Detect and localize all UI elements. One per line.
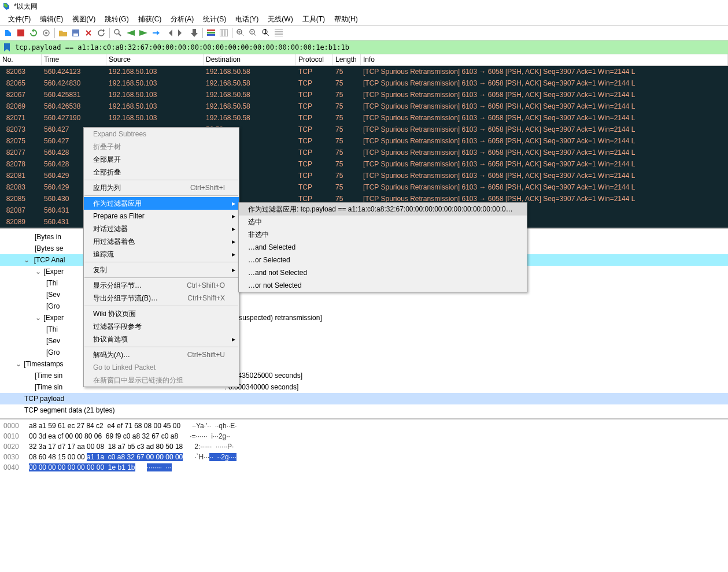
ctx-export-bytes[interactable]: 导出分组字节流(B)…Ctrl+Shift+X xyxy=(84,292,239,304)
filter-bar xyxy=(0,40,728,54)
col-src[interactable]: Source xyxy=(106,54,204,65)
menu-view[interactable]: 视图(V) xyxy=(68,13,100,25)
menu-go[interactable]: 跳转(G) xyxy=(100,13,133,25)
ctx-collapse-subtrees[interactable]: 折叠子树 xyxy=(84,140,239,153)
jump-icon[interactable] xyxy=(150,27,162,39)
sub-applied-filter: 作为过滤器应用: tcp.payload == a1:1a:c0:a8:32:6… xyxy=(239,203,527,216)
menu-help[interactable]: 帮助(H) xyxy=(330,13,363,25)
ctx-decode-as[interactable]: 解码为(A)…Ctrl+Shift+U xyxy=(84,348,239,361)
sub-selected[interactable]: 选中 xyxy=(239,216,527,228)
col-proto[interactable]: Protocol xyxy=(296,54,333,65)
ctx-show-new-window[interactable]: 在新窗口中显示已链接的分组 xyxy=(84,374,239,387)
hex-row[interactable]: 001000 3d ea cf 00 00 80 06 69 f9 c0 a8 … xyxy=(0,431,728,441)
packet-row[interactable]: 82071560.427190192.168.50.103192.168.50.… xyxy=(0,112,728,124)
menubar: 文件(F) 编辑(E) 视图(V) 跳转(G) 捕获(C) 分析(A) 统计(S… xyxy=(0,13,728,25)
detail-line[interactable]: TCP segment data (21 bytes) xyxy=(0,404,728,416)
apply-filter-submenu[interactable]: 作为过滤器应用: tcp.payload == a1:1a:c0:a8:32:6… xyxy=(238,202,527,292)
titlebar: *以太网 xyxy=(0,0,728,13)
resize-cols-icon[interactable] xyxy=(273,27,284,39)
restart-capture-icon[interactable] xyxy=(28,27,39,39)
svg-rect-4 xyxy=(73,34,78,36)
menu-capture[interactable]: 捕获(C) xyxy=(134,13,167,25)
col-len[interactable]: Length xyxy=(333,54,361,65)
ctx-protocol-prefs[interactable]: 协议首选项▸ xyxy=(84,333,239,346)
colorize-icon[interactable] xyxy=(205,27,217,39)
ctx-colorize-filter[interactable]: 用过滤器着色▸ xyxy=(84,235,239,248)
ctx-show-bytes[interactable]: 显示分组字节…Ctrl+Shift+O xyxy=(84,279,239,292)
svg-point-5 xyxy=(114,29,119,34)
prev-icon[interactable] xyxy=(125,27,136,39)
packet-row[interactable]: 82063560.424123192.168.50.103192.168.50.… xyxy=(0,66,728,77)
col-dst[interactable]: Destination xyxy=(204,54,296,65)
menu-analyze[interactable]: 分析(A) xyxy=(166,13,198,25)
ctx-wiki[interactable]: Wiki 协议页面 xyxy=(84,307,239,320)
ctx-follow-stream[interactable]: 追踪流▸ xyxy=(84,248,239,261)
hex-row[interactable]: 003008 60 48 15 00 00 a1 1a c0 a8 32 67 … xyxy=(0,452,728,462)
hex-row[interactable]: 0000a8 a1 59 61 ec 27 84 c2 e4 ef 71 68 … xyxy=(0,421,728,431)
packet-row[interactable]: 82067560.425831192.168.50.103192.168.50.… xyxy=(0,89,728,101)
options-icon[interactable] xyxy=(40,27,52,39)
first-icon[interactable] xyxy=(163,27,175,39)
menu-edit[interactable]: 编辑(E) xyxy=(35,13,68,25)
window-title: *以太网 xyxy=(14,2,38,12)
zoom-in-icon[interactable] xyxy=(235,27,246,39)
hex-dump[interactable]: 0000a8 a1 59 61 ec 27 84 c2 e4 ef 71 68 … xyxy=(0,418,728,473)
detail-tcp-payload[interactable]: TCP payload xyxy=(0,393,728,404)
autoscroll-icon[interactable] xyxy=(189,27,200,39)
svg-rect-8 xyxy=(207,34,215,36)
hex-row[interactable]: 002032 3a 17 d7 17 aa 00 08 18 a7 b5 c3 … xyxy=(0,441,728,452)
sub-and-selected[interactable]: …and Selected xyxy=(239,241,527,254)
display-filter-input[interactable] xyxy=(14,43,728,51)
sub-not-selected[interactable]: 非选中 xyxy=(239,228,527,241)
ctx-expand-subtrees[interactable]: Expand Subtrees xyxy=(84,128,239,140)
ctx-expand-all[interactable]: 全部展开 xyxy=(84,153,239,166)
sub-or-not-selected[interactable]: …or not Selected xyxy=(239,279,527,292)
ctx-prepare-filter[interactable]: Prepare as Filter▸ xyxy=(84,210,239,222)
menu-wifi[interactable]: 无线(W) xyxy=(263,13,297,25)
next-icon[interactable] xyxy=(138,27,149,39)
close-icon[interactable] xyxy=(83,27,94,39)
packet-row[interactable]: 82065560.424830192.168.50.103192.168.50.… xyxy=(0,77,728,89)
toolbar: 1 xyxy=(0,25,728,40)
last-icon[interactable] xyxy=(176,27,187,39)
hex-row[interactable]: 004000 00 00 00 00 00 00 00 1e b1 1b····… xyxy=(0,462,728,473)
ctx-go-linked[interactable]: Go to Linked Packet xyxy=(84,361,239,374)
ctx-copy[interactable]: 复制▸ xyxy=(84,263,239,276)
stop-capture-icon[interactable] xyxy=(15,27,27,39)
zoom-out-icon[interactable] xyxy=(247,27,259,39)
ctx-apply-as-column[interactable]: 应用为列Ctrl+Shift+I xyxy=(84,181,239,194)
reload-icon[interactable] xyxy=(95,27,107,39)
zoom-reset-icon[interactable]: 1 xyxy=(260,27,272,39)
svg-text:1: 1 xyxy=(264,29,268,35)
column-headers: No. Time Source Destination Protocol Len… xyxy=(0,54,728,66)
svg-rect-6 xyxy=(207,29,215,31)
open-icon[interactable] xyxy=(57,27,69,39)
col-no[interactable]: No. xyxy=(0,54,42,65)
packet-row[interactable]: 82069560.426538192.168.50.103192.168.50.… xyxy=(0,101,728,112)
context-menu[interactable]: Expand Subtrees 折叠子树 全部展开 全部折叠 应用为列Ctrl+… xyxy=(83,127,239,387)
app-icon xyxy=(2,2,12,11)
ctx-field-reference[interactable]: 过滤器字段参考 xyxy=(84,320,239,333)
svg-point-2 xyxy=(45,32,47,34)
autosize-icon[interactable] xyxy=(218,27,230,39)
menu-tel[interactable]: 电话(Y) xyxy=(231,13,263,25)
save-icon[interactable] xyxy=(70,27,82,39)
menu-tools[interactable]: 工具(T) xyxy=(298,13,330,25)
ctx-collapse-all[interactable]: 全部折叠 xyxy=(84,166,239,179)
svg-rect-9 xyxy=(220,29,228,36)
sub-and-not-selected[interactable]: …and not Selected xyxy=(239,266,527,279)
sub-or-selected[interactable]: …or Selected xyxy=(239,254,527,266)
ctx-apply-as-filter[interactable]: 作为过滤器应用▸ xyxy=(84,197,239,210)
find-icon[interactable] xyxy=(112,27,124,39)
svg-rect-0 xyxy=(17,29,24,36)
col-time[interactable]: Time xyxy=(42,54,106,65)
svg-rect-7 xyxy=(207,32,215,34)
ctx-conversation-filter[interactable]: 对话过滤器▸ xyxy=(84,222,239,235)
start-capture-icon[interactable] xyxy=(2,27,14,39)
menu-stats[interactable]: 统计(S) xyxy=(198,13,231,25)
menu-file[interactable]: 文件(F) xyxy=(3,13,35,25)
col-info[interactable]: Info xyxy=(361,54,728,65)
filter-bookmark-icon[interactable] xyxy=(1,42,13,53)
